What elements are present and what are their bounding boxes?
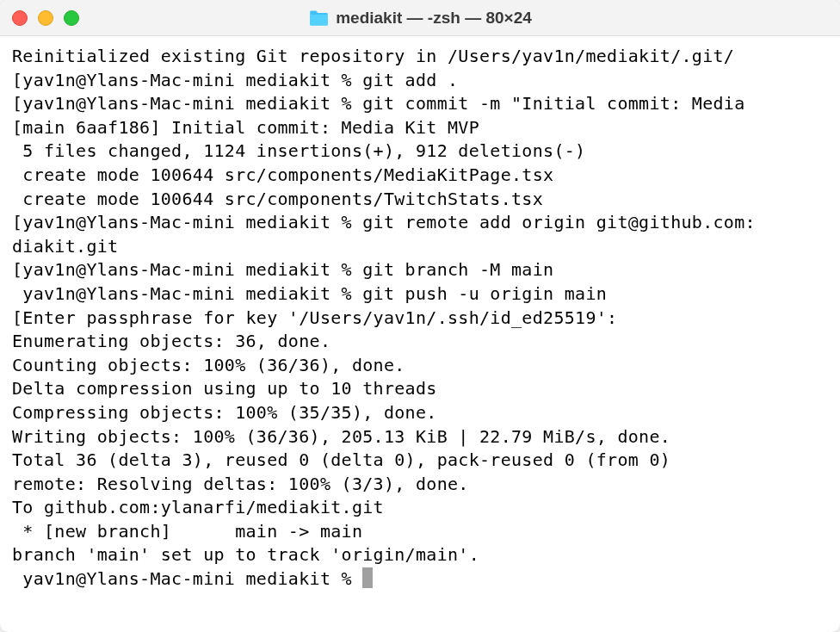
terminal-line: Reinitialized existing Git repository in… <box>12 45 828 69</box>
terminal-line: [Enter passphrase for key '/Users/yav1n/… <box>12 307 828 331</box>
terminal-line: Writing objects: 100% (36/36), 205.13 Ki… <box>12 425 828 449</box>
traffic-lights <box>12 10 79 26</box>
terminal-line: [main 6aaf186] Initial commit: Media Kit… <box>12 116 828 140</box>
minimize-button[interactable] <box>38 10 53 26</box>
terminal-prompt-line: yav1n@Ylans-Mac-mini mediakit % <box>12 567 828 592</box>
terminal-line: Counting objects: 100% (36/36), done. <box>12 354 828 378</box>
terminal-line: create mode 100644 src/components/MediaK… <box>12 164 828 188</box>
window-title: mediakit — -zsh — 80×24 <box>336 9 532 28</box>
close-button[interactable] <box>12 10 28 26</box>
folder-icon <box>308 9 329 27</box>
terminal-line: remote: Resolving deltas: 100% (3/3), do… <box>12 473 828 497</box>
terminal-line: yav1n@Ylans-Mac-mini mediakit % git push… <box>12 282 828 307</box>
terminal-line: To github.com:ylanarfi/mediakit.git <box>12 496 828 520</box>
cursor <box>362 567 373 588</box>
window-title-container: mediakit — -zsh — 80×24 <box>308 9 532 28</box>
terminal-prompt: yav1n@Ylans-Mac-mini mediakit % <box>12 568 362 589</box>
terminal-line: Total 36 (delta 3), reused 0 (delta 0), … <box>12 449 828 473</box>
terminal-line: [yav1n@Ylans-Mac-mini mediakit % git rem… <box>12 211 828 235</box>
terminal-line: 5 files changed, 1124 insertions(+), 912… <box>12 139 828 164</box>
terminal-line: [yav1n@Ylans-Mac-mini mediakit % git add… <box>12 69 828 93</box>
terminal-window: mediakit — -zsh — 80×24 Reinitialized ex… <box>0 0 840 632</box>
terminal-line: * [new branch] main -> main <box>12 520 828 544</box>
terminal-line: branch 'main' set up to track 'origin/ma… <box>12 543 828 567</box>
terminal-line: diakit.git <box>12 235 828 259</box>
terminal-line: Delta compression using up to 10 threads <box>12 377 828 401</box>
terminal-line: [yav1n@Ylans-Mac-mini mediakit % git bra… <box>12 258 828 282</box>
terminal-line: create mode 100644 src/components/Twitch… <box>12 188 828 212</box>
maximize-button[interactable] <box>64 10 79 26</box>
terminal-line: [yav1n@Ylans-Mac-mini mediakit % git com… <box>12 92 828 116</box>
terminal-body[interactable]: Reinitialized existing Git repository in… <box>0 36 840 632</box>
terminal-line: Compressing objects: 100% (35/35), done. <box>12 401 828 425</box>
terminal-line: Enumerating objects: 36, done. <box>12 330 828 354</box>
title-bar: mediakit — -zsh — 80×24 <box>0 0 840 36</box>
